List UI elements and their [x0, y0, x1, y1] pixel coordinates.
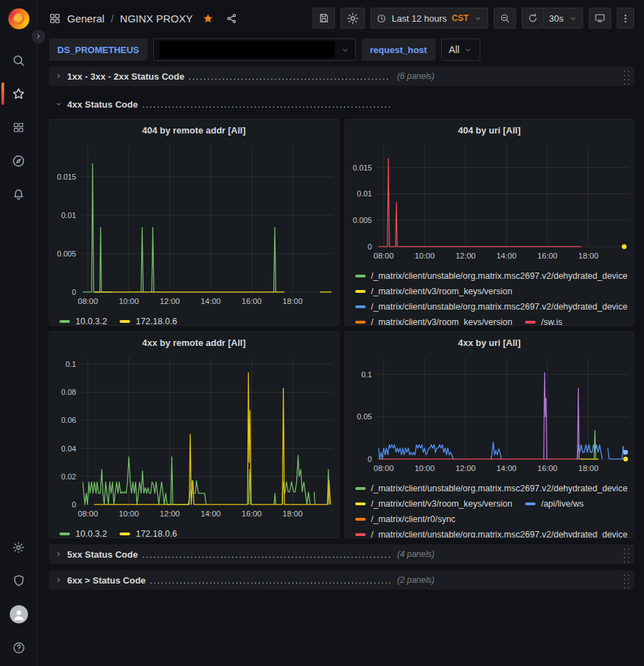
panel-title[interactable]: 4xx by uri [All]: [345, 332, 634, 353]
legend-item[interactable]: /_matrix/client/v3/room_keys/version: [355, 499, 513, 509]
svg-text:16:00: 16:00: [537, 252, 557, 260]
legend-item[interactable]: /api/live/ws: [525, 499, 584, 509]
sidebar-item-starred[interactable]: [0, 77, 37, 110]
svg-text:10:00: 10:00: [119, 297, 139, 305]
tv-icon: [594, 13, 606, 24]
row-panel-count: (2 panels): [397, 575, 434, 585]
legend-item[interactable]: 172.18.0.6: [120, 317, 177, 326]
legend-item[interactable]: /_matrix/client/unstable/org.matrix.msc2…: [355, 302, 628, 312]
row-leader-dots: ........................................…: [142, 550, 390, 560]
row-1xx-3xx-2xx[interactable]: 1xx - 3xx - 2xx Status Code ............…: [49, 66, 634, 86]
kebab-menu-button[interactable]: [617, 8, 634, 29]
legend-item[interactable]: 172.18.0.6: [120, 529, 177, 538]
dashboard-body: 1xx - 3xx - 2xx Status Code ............…: [38, 63, 644, 590]
svg-text:16:00: 16:00: [242, 297, 262, 305]
time-range-label: Last 12 hours: [392, 13, 447, 24]
svg-text:08:00: 08:00: [78, 509, 98, 518]
svg-text:0.05: 0.05: [357, 412, 371, 421]
refresh-button[interactable]: [522, 8, 543, 29]
svg-text:10:00: 10:00: [119, 509, 139, 518]
grafana-logo[interactable]: [8, 8, 29, 29]
sidebar-item-search[interactable]: [0, 43, 37, 77]
legend-item[interactable]: /_matrix/client/v3/room_keys/version: [355, 317, 513, 326]
breadcrumb-separator: /: [110, 13, 113, 24]
svg-text:14:00: 14:00: [201, 297, 221, 305]
row-drag-handle[interactable]: [622, 546, 630, 563]
datasource-select[interactable]: [153, 38, 356, 61]
breadcrumb-dashboard[interactable]: NGINX PROXY: [120, 13, 193, 24]
sidebar-expand-button[interactable]: [31, 29, 46, 44]
svg-text:0.1: 0.1: [66, 360, 76, 368]
row-drag-handle[interactable]: [622, 68, 630, 85]
legend-swatch: [355, 290, 366, 293]
svg-text:14:00: 14:00: [201, 509, 221, 518]
svg-text:16:00: 16:00: [242, 509, 262, 518]
svg-text:12:00: 12:00: [159, 297, 180, 305]
sidebar-item-help[interactable]: [0, 631, 37, 665]
breadcrumb-section[interactable]: General: [67, 13, 104, 24]
refresh-interval-picker[interactable]: 30s: [543, 8, 583, 29]
kebab-menu-icon: [620, 13, 631, 24]
time-range-picker[interactable]: Last 12 hours CST: [371, 8, 488, 29]
row-4xx[interactable]: 4xx Status Code ........................…: [49, 96, 634, 113]
time-series-chart[interactable]: 00.050.108:0010:0012:0014:0016:0018:00: [345, 353, 634, 478]
help-icon: [12, 641, 26, 655]
zoom-out-button[interactable]: [494, 8, 516, 29]
datasource-label: DS_PROMETHEUS: [49, 38, 148, 61]
row-drag-handle[interactable]: [622, 572, 630, 588]
legend-item[interactable]: /_matrix/client/unstable/org.matrix.msc2…: [355, 271, 628, 281]
legend-label: /_matrix/client/unstable/org.matrix.msc2…: [371, 302, 628, 312]
time-series-chart[interactable]: 00.0050.010.01508:0010:0012:0014:0016:00…: [345, 140, 634, 266]
toolbar: Last 12 hours CST 30s: [313, 8, 634, 29]
row-6xx[interactable]: 6xx > Status Code ......................…: [49, 570, 634, 590]
legend-label: /_matrix/client/v3/room_keys/version: [371, 317, 513, 326]
save-dashboard-button[interactable]: [313, 8, 335, 29]
legend-item[interactable]: /_matrix/client/unstable/org.matrix.msc2…: [355, 484, 628, 493]
refresh-group: 30s: [522, 8, 583, 29]
svg-text:08:00: 08:00: [373, 464, 394, 472]
chart-legend: /_matrix/client/unstable/org.matrix.msc2…: [345, 266, 634, 326]
legend-label: /_matrix/client/unstable/org.matrix.msc2…: [371, 530, 628, 538]
legend-item[interactable]: /sw.js: [525, 317, 563, 326]
row-leader-dots: ........................................…: [189, 72, 390, 82]
dashboard-topbar: General / NGINX PROXY Last 12 hours CST …: [38, 0, 644, 36]
svg-text:18:00: 18:00: [282, 509, 303, 518]
share-icon[interactable]: [226, 13, 238, 24]
sidebar-item-configuration[interactable]: [0, 530, 37, 564]
variable-label-request-host: request_host: [362, 38, 436, 61]
sidebar-item-explore[interactable]: [0, 144, 37, 178]
tv-mode-button[interactable]: [589, 8, 611, 29]
legend-item[interactable]: /_matrix/client/v3/room_keys/version: [355, 287, 513, 296]
row-5xx[interactable]: 5xx Status Code ........................…: [49, 544, 634, 564]
legend-item[interactable]: /_matrix/client/r0/sync: [355, 514, 456, 524]
panel-title[interactable]: 4xx by remote addr [All]: [50, 332, 338, 353]
sidebar-item-alerting[interactable]: [0, 178, 37, 211]
legend-swatch: [525, 502, 536, 505]
legend-swatch: [355, 518, 366, 521]
variable-value-select[interactable]: All: [441, 38, 481, 61]
sidebar-item-profile[interactable]: [0, 598, 37, 631]
legend-item[interactable]: /_matrix/client/unstable/org.matrix.msc2…: [355, 530, 628, 538]
svg-text:0.08: 0.08: [62, 388, 76, 396]
svg-text:18:00: 18:00: [282, 297, 303, 305]
legend-item[interactable]: 10.0.3.2: [59, 529, 107, 538]
row-panel-count: (6 panels): [397, 71, 434, 81]
legend-item[interactable]: 10.0.3.2: [59, 317, 107, 326]
panel-4xx-by-uri: 4xx by uri [All] 00.050.108:0010:0012:00…: [345, 331, 635, 538]
star-filled-icon[interactable]: [202, 13, 214, 24]
dashboards-grid-icon: [13, 122, 24, 133]
chevron-right-icon: [55, 550, 63, 558]
sidebar-item-server-admin[interactable]: [0, 564, 37, 598]
svg-text:0.005: 0.005: [57, 249, 76, 258]
row-panel-count: (4 panels): [397, 549, 434, 559]
breadcrumb: General / NGINX PROXY: [49, 13, 238, 24]
panel-title[interactable]: 404 by uri [All]: [345, 120, 634, 140]
dashboard-settings-button[interactable]: [341, 8, 365, 29]
gear-icon: [12, 541, 25, 554]
time-series-chart[interactable]: 00.0050.010.01508:0010:0012:0014:0016:00…: [50, 140, 338, 311]
time-series-chart[interactable]: 00.020.040.060.080.108:0010:0012:0014:00…: [50, 353, 338, 523]
panel-title[interactable]: 404 by remote addr [All]: [50, 120, 338, 140]
sidebar-item-dashboards[interactable]: [0, 110, 37, 144]
legend-swatch: [355, 533, 366, 536]
svg-text:12:00: 12:00: [455, 464, 475, 472]
